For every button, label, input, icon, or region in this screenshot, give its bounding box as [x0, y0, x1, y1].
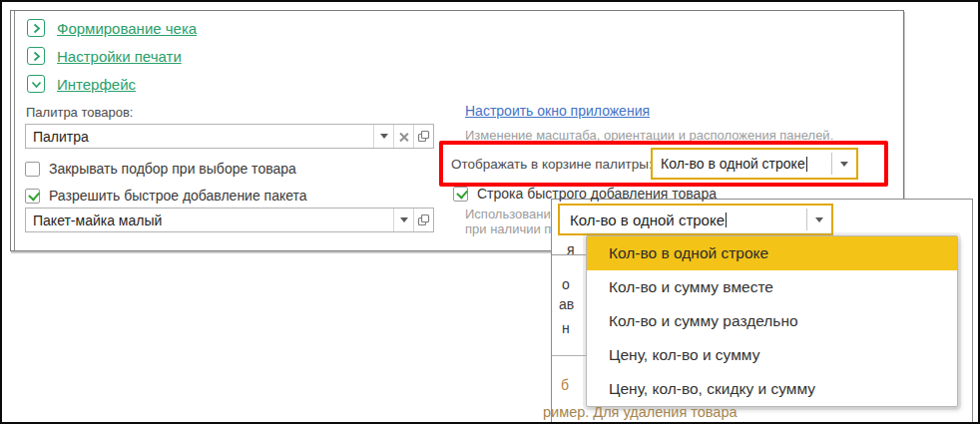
checkbox-checked[interactable] — [25, 189, 40, 204]
checkbox-label[interactable]: Закрывать подбор при выборе товара — [49, 161, 296, 177]
basket-display-label: Отображать в корзине палитры: — [451, 157, 653, 172]
checkbox-label[interactable]: Разрешить быстрое добавление пакета — [49, 188, 307, 204]
checkbox-row-quick-add-row[interactable]: Строка быстрого добавления товара — [453, 186, 717, 202]
basket-display-value[interactable]: Кол-во в одной строке — [653, 150, 831, 178]
obscured-example-text: ример. Для удаления товара — [543, 404, 737, 420]
dropdown-arrow-icon[interactable] — [806, 209, 831, 230]
combo-value-text: Кол-во в одной строке — [570, 212, 725, 228]
obscured-text: б — [561, 377, 569, 393]
popup-window: я о ав н б Кол-во в одной строке Кол-во … — [551, 199, 973, 424]
popup-combo[interactable]: Кол-во в одной строке — [558, 204, 833, 235]
dropdown-arrow-icon[interactable] — [393, 209, 413, 231]
palette-combo[interactable]: Палитра — [25, 124, 434, 149]
popup-combo-value[interactable]: Кол-во в одной строке — [560, 206, 806, 233]
section-interface[interactable]: Интерфейс — [27, 74, 136, 94]
checkbox-row-close-on-select[interactable]: Закрывать подбор при выборе товара — [25, 161, 296, 177]
obscured-text: н — [562, 320, 570, 336]
section-link-print[interactable]: Настройки печати — [57, 48, 182, 65]
dropdown-option[interactable]: Цену, кол-во и сумму — [587, 338, 957, 372]
obscured-divider — [552, 355, 586, 356]
dropdown-option[interactable]: Кол-во и сумму вместе — [587, 270, 957, 304]
dropdown-option[interactable]: Цену, кол-во, скидку и сумму — [587, 372, 957, 406]
chevron-right-icon[interactable] — [27, 47, 45, 65]
dropdown-arrow-icon[interactable] — [831, 153, 856, 175]
checkbox-row-quick-package[interactable]: Разрешить быстрое добавление пакета — [25, 188, 307, 204]
open-window-icon[interactable] — [413, 125, 433, 148]
clear-x-icon[interactable] — [393, 125, 413, 148]
palette-combo-value[interactable]: Палитра — [26, 125, 373, 148]
open-window-icon[interactable] — [413, 209, 433, 231]
obscured-text: я — [567, 241, 575, 257]
checkbox-checked[interactable] — [453, 187, 468, 202]
screenshot-frame: Формирование чека Настройки печати Интер… — [0, 0, 980, 424]
obscured-text: ав — [559, 296, 574, 312]
combo-value-text: Кол-во в одной строке — [661, 156, 805, 172]
section-link-interface[interactable]: Интерфейс — [57, 76, 136, 93]
panel-left-rail — [14, 11, 15, 250]
text-cursor — [806, 157, 807, 172]
obscured-text: о — [562, 276, 570, 292]
palette-label: Палитра товаров: — [26, 105, 133, 120]
configure-app-window-link[interactable]: Настроить окно приложения — [465, 103, 650, 119]
text-cursor — [726, 212, 727, 227]
chevron-right-icon[interactable] — [27, 19, 45, 37]
basket-display-combo[interactable]: Кол-во в одной строке — [651, 148, 858, 180]
checkbox-label[interactable]: Строка быстрого добавления товара — [477, 186, 717, 202]
dropdown-option[interactable]: Кол-во и сумму раздельно — [587, 304, 957, 338]
dropdown-arrow-icon[interactable] — [373, 125, 393, 148]
chevron-down-icon[interactable] — [27, 75, 45, 93]
section-cheque-forming[interactable]: Формирование чека — [27, 18, 197, 38]
dropdown-option[interactable]: Кол-во в одной строке — [587, 236, 957, 270]
dropdown-list: Кол-во в одной строке Кол-во и сумму вме… — [586, 235, 958, 407]
checkbox-unchecked[interactable] — [25, 162, 40, 177]
highlight-red-box: Отображать в корзине палитры: Кол-во в о… — [439, 141, 888, 187]
section-link-cheque[interactable]: Формирование чека — [57, 20, 197, 37]
section-print-settings[interactable]: Настройки печати — [27, 46, 182, 66]
package-combo[interactable]: Пакет-майка малый — [25, 208, 434, 232]
package-combo-value[interactable]: Пакет-майка малый — [26, 209, 393, 231]
